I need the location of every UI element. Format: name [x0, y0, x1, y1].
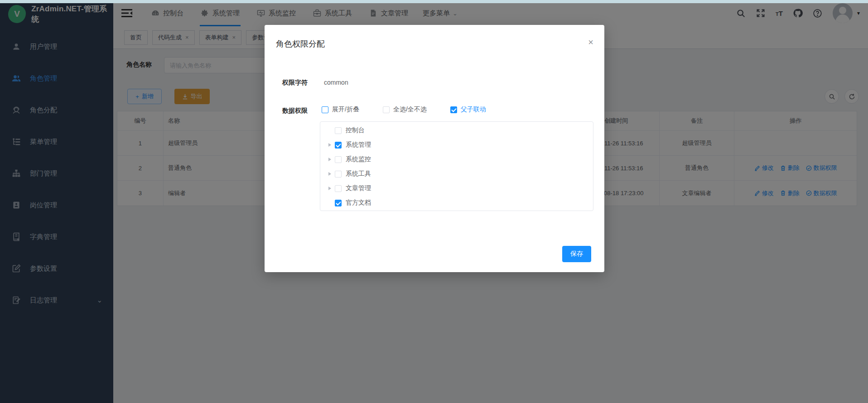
checkbox-checked[interactable] — [335, 142, 342, 149]
tree-node-system-tools[interactable]: 系统工具 — [320, 167, 593, 181]
tree-node-console[interactable]: 控制台 — [320, 123, 593, 138]
tree-node-official-docs[interactable]: 官方文档 — [320, 196, 593, 210]
select-all-option[interactable]: 全选/全不选 — [383, 106, 427, 114]
perm-char-label: 权限字符 — [282, 79, 308, 87]
checkbox-unchecked[interactable] — [322, 106, 328, 113]
tree-node-label: 系统管理 — [346, 141, 371, 149]
checkbox-label: 父子联动 — [461, 106, 486, 114]
checkbox-unchecked[interactable] — [335, 127, 342, 134]
tree-node-system-mgmt[interactable]: 系统管理 — [320, 138, 593, 152]
tree-node-label: 文章管理 — [346, 184, 371, 192]
caret-right-icon[interactable] — [325, 187, 335, 190]
caret-right-icon[interactable] — [325, 158, 335, 161]
checkbox-checked[interactable] — [335, 200, 342, 206]
tree-node-label: 控制台 — [346, 126, 365, 134]
expand-collapse-option[interactable]: 展开/折叠 — [322, 106, 359, 114]
checkbox-checked[interactable] — [450, 106, 457, 113]
caret-right-icon[interactable] — [325, 143, 335, 147]
dialog-title: 角色权限分配 — [276, 38, 325, 49]
window-top-edge — [0, 0, 868, 3]
tree-node-label: 官方文档 — [346, 199, 371, 207]
tree-node-article-mgmt[interactable]: 文章管理 — [320, 181, 593, 196]
tree-node-label: 系统工具 — [346, 170, 371, 178]
tree-node-label: 系统监控 — [346, 155, 371, 163]
checkbox-unchecked[interactable] — [335, 185, 342, 192]
checkbox-label: 全选/全不选 — [393, 106, 427, 114]
role-permission-dialog: 角色权限分配 × 权限字符 common 数据权限 展开/折叠 全选/全不选 父… — [265, 25, 604, 272]
data-scope-label: 数据权限 — [282, 107, 308, 115]
parent-child-link-option[interactable]: 父子联动 — [450, 106, 486, 114]
tree-node-system-monitor[interactable]: 系统监控 — [320, 152, 593, 167]
checkbox-label: 展开/折叠 — [332, 106, 359, 114]
caret-right-icon[interactable] — [325, 172, 335, 176]
menu-permission-tree: 控制台 系统管理 系统监控 系统工具 文章管理 官方文档 — [320, 121, 593, 211]
save-button[interactable]: 保存 — [562, 246, 591, 262]
perm-char-value: common — [324, 79, 348, 86]
checkbox-unchecked[interactable] — [335, 171, 342, 178]
close-icon[interactable]: × — [588, 38, 593, 47]
checkbox-unchecked[interactable] — [383, 106, 390, 113]
tree-option-checkboxes: 展开/折叠 全选/全不选 父子联动 — [322, 106, 486, 114]
checkbox-unchecked[interactable] — [335, 156, 342, 163]
